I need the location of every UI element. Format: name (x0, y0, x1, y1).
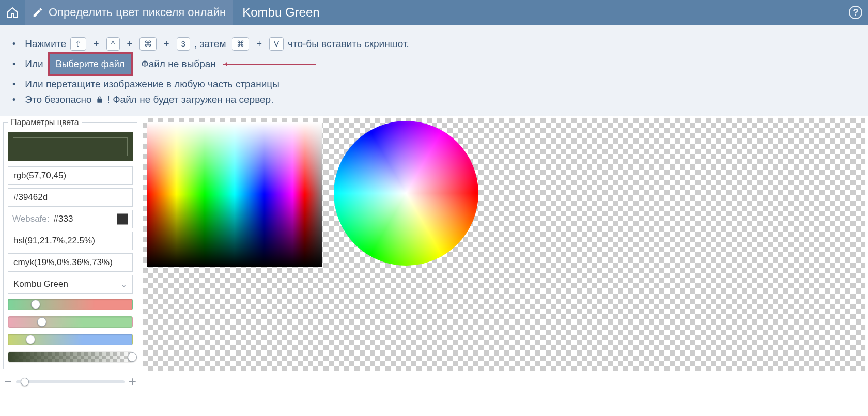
kbd-ctrl: ^ (106, 37, 120, 51)
instruction-line-4: Это безопасно ! Файл не будет загружен н… (10, 92, 858, 107)
kbd-v: V (269, 37, 284, 51)
zoom-slider[interactable] (16, 380, 125, 383)
websafe-label: Websafe: (12, 214, 50, 224)
sidebar: Параметры цвета Websafe: #333 Kombu Gree… (3, 118, 137, 390)
kbd-3: 3 (177, 37, 190, 51)
instructions-panel: Нажмите ⇧ + ^ + ⌘ + 3 , затем ⌘ + V что-… (0, 25, 868, 116)
kbd-cmd2: ⌘ (232, 37, 249, 51)
topbar: Определить цвет пикселя онлайн Kombu Gre… (0, 0, 868, 25)
text: Или (25, 56, 43, 72)
color-name-value: Kombu Green (13, 279, 68, 289)
text: ! Файл не будет загружен на сервер. (107, 92, 274, 107)
plus: + (124, 36, 136, 52)
file-status: Файл не выбран (137, 56, 216, 72)
zoom-thumb[interactable] (21, 378, 29, 386)
params-legend: Параметры цвета (8, 118, 82, 127)
canvas-dropzone[interactable] (143, 118, 865, 371)
help-button[interactable]: ? (843, 0, 868, 25)
slider-alpha-thumb[interactable] (128, 352, 137, 362)
rgb-input[interactable] (8, 166, 133, 185)
kbd-cmd: ⌘ (140, 37, 157, 51)
hex-input[interactable] (8, 188, 133, 207)
text: Это безопасно (25, 92, 91, 107)
slider-blue-thumb[interactable] (26, 335, 35, 344)
slider-green[interactable] (8, 316, 133, 328)
color-params-fieldset: Параметры цвета Websafe: #333 Kombu Gree… (3, 118, 137, 369)
instruction-line-3: Или перетащите изображение в любую часть… (10, 76, 858, 92)
pencil-icon (32, 7, 43, 18)
plus: + (253, 36, 265, 52)
slider-green-thumb[interactable] (37, 317, 47, 327)
slider-red-thumb[interactable] (31, 300, 40, 309)
main-area: Параметры цвета Websafe: #333 Kombu Gree… (0, 116, 868, 390)
websafe-row[interactable]: Websafe: #333 (8, 210, 133, 228)
alpha-gradient (8, 352, 132, 362)
zoom-out-icon[interactable]: − (4, 374, 12, 390)
color-swatch-inner (13, 137, 128, 156)
zoom-in-icon[interactable]: + (129, 374, 136, 390)
lock-icon (96, 96, 103, 103)
plus: + (161, 36, 173, 52)
choose-file-button[interactable]: Выберите файл (49, 53, 132, 75)
plus: + (90, 36, 102, 52)
file-picker-highlight: Выберите файл (48, 52, 133, 76)
cmyk-input[interactable] (8, 253, 133, 272)
help-icon: ? (849, 6, 862, 19)
text: что-бы вставить скриншот. (288, 36, 409, 52)
tool-title-block[interactable]: Определить цвет пикселя онлайн (25, 0, 233, 25)
instruction-line-1: Нажмите ⇧ + ^ + ⌘ + 3 , затем ⌘ + V что-… (10, 36, 858, 52)
color-wheel[interactable] (334, 121, 478, 266)
zoom-control: − + (3, 369, 137, 390)
hsl-input[interactable] (8, 232, 133, 250)
websafe-value: #333 (54, 214, 73, 224)
arrow-pointer (223, 64, 316, 65)
slider-blue[interactable] (8, 334, 133, 345)
color-swatch[interactable] (8, 132, 133, 161)
home-icon (6, 6, 19, 19)
text: Нажмите (25, 36, 66, 52)
text: , затем (194, 36, 228, 52)
kbd-shift: ⇧ (70, 37, 86, 51)
home-button[interactable] (0, 0, 25, 25)
tool-title: Определить цвет пикселя онлайн (49, 6, 226, 19)
color-name-select[interactable]: Kombu Green ⌄ (8, 275, 133, 294)
hue-gradient-square[interactable] (147, 122, 322, 267)
websafe-chip (117, 213, 128, 225)
slider-alpha[interactable] (8, 351, 133, 363)
slider-red[interactable] (8, 299, 133, 310)
text: Или перетащите изображение в любую часть… (25, 76, 280, 92)
instruction-line-2: Или Выберите файл Файл не выбран (10, 52, 858, 76)
chevron-down-icon: ⌄ (121, 280, 127, 288)
header-color-name: Kombu Green (233, 5, 329, 20)
